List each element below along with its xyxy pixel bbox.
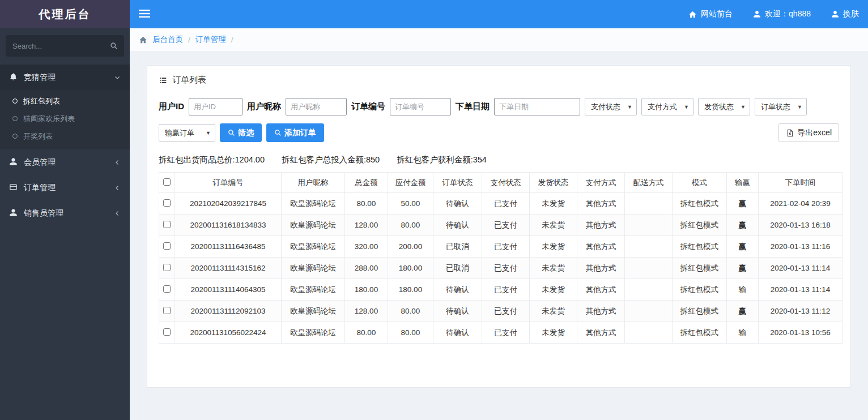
cell-checkbox	[159, 279, 175, 301]
cell-pay-status: 已支付	[482, 193, 530, 215]
main-content: 后台首页 / 订单管理 / 订单列表 用户ID 用户昵称	[130, 28, 868, 420]
column-header-time: 下单时间	[759, 173, 843, 193]
row-checkbox[interactable]	[163, 285, 171, 293]
cell-order-no: 202102042039217845	[175, 193, 282, 215]
order-date-input[interactable]	[494, 98, 580, 115]
select-all-header	[159, 173, 175, 193]
order-list-panel: 订单列表 用户ID 用户昵称 订单编号 下单日期 支付状态	[147, 65, 851, 388]
cell-pay-status: 已支付	[482, 215, 530, 236]
filter-button-label: 筛选	[238, 128, 254, 138]
sidebar-subitem-family-fun-list[interactable]: 猜阖家欢乐列表	[0, 110, 130, 127]
cell-total: 80.00	[345, 193, 388, 215]
panel-title: 订单列表	[172, 75, 206, 85]
row-checkbox[interactable]	[163, 242, 171, 250]
cell-delivery	[625, 258, 673, 279]
cell-total: 180.00	[345, 279, 388, 301]
column-header-payable: 应付金额	[388, 173, 433, 193]
cell-pay-status: 已支付	[482, 301, 530, 322]
welcome-user[interactable]: 欢迎：qh888	[753, 9, 811, 19]
cell-mode: 拆红包模式	[673, 215, 727, 236]
pay-status-select-wrap: 支付状态	[585, 98, 637, 115]
cell-checkbox	[159, 193, 175, 215]
order-no-input[interactable]	[390, 98, 451, 115]
cell-payable: 50.00	[388, 193, 433, 215]
user-id-input[interactable]	[189, 98, 242, 115]
pay-status-select[interactable]: 支付状态	[585, 98, 637, 115]
sidebar-search	[6, 35, 124, 57]
order-table-body: 202102042039217845 欧皇源码论坛 80.00 50.00 待确…	[159, 193, 843, 344]
frontend-link[interactable]: 网站前台	[688, 9, 733, 19]
column-header-total: 总金额	[345, 173, 388, 193]
cell-time: 2020-01-13 10:56	[759, 322, 843, 344]
breadcrumb-home-link[interactable]: 后台首页	[152, 35, 183, 45]
pay-method-select[interactable]: 支付方式	[641, 98, 693, 115]
sidebar-item-order-management[interactable]: 订单管理	[0, 175, 130, 200]
order-no-label: 订单编号	[351, 101, 385, 112]
nickname-input[interactable]	[286, 98, 347, 115]
cell-nickname: 欧皇源码论坛	[282, 193, 345, 215]
filter-button[interactable]: 筛选	[220, 123, 262, 142]
sidebar-item-salesman-management[interactable]: 销售员管理	[0, 200, 130, 226]
topnav-right: 网站前台 欢迎：qh888 换肤	[688, 9, 859, 19]
user-icon	[9, 157, 18, 168]
change-skin-link[interactable]: 换肤	[831, 9, 859, 19]
card-icon	[9, 183, 18, 193]
cell-win: 输	[727, 322, 759, 344]
cell-delivery	[625, 193, 673, 215]
cell-total: 320.00	[345, 236, 388, 258]
sidebar-subitem-label: 猜阖家欢乐列表	[23, 114, 75, 124]
cell-pay-method: 其他方式	[577, 215, 625, 236]
cell-checkbox	[159, 215, 175, 236]
column-header-win: 输赢	[727, 173, 759, 193]
row-checkbox[interactable]	[163, 328, 171, 336]
breadcrumb-section-link[interactable]: 订单管理	[195, 35, 226, 45]
column-header-pay_status: 支付状态	[482, 173, 530, 193]
cell-order-no: 202001131114315162	[175, 258, 282, 279]
sidebar-toggle-button[interactable]	[139, 9, 150, 20]
cell-total: 128.00	[345, 215, 388, 236]
sidebar-subitem-red-packet-list[interactable]: 拆红包列表	[0, 92, 130, 110]
sidebar-subitem-lottery-list[interactable]: 开奖列表	[0, 127, 130, 145]
ship-status-select[interactable]: 发货状态	[698, 98, 750, 115]
filter-toolbar: 用户ID 用户昵称 订单编号 下单日期 支付状态 支付方式	[147, 89, 850, 142]
column-header-order_status: 订单状态	[433, 173, 482, 193]
cell-order-no: 202001131056022424	[175, 322, 282, 344]
cell-ship-status: 未发货	[530, 215, 577, 236]
topbar: 代理后台 网站前台 欢迎：qh888	[0, 0, 868, 28]
add-order-button[interactable]: 添加订单	[266, 123, 324, 142]
order-status-select[interactable]: 订单状态	[755, 98, 807, 115]
cell-order-status: 待确认	[433, 193, 482, 215]
sidebar: 竞猜管理 拆红包列表 猜阖家欢乐列表 开奖列表	[0, 28, 130, 420]
cell-delivery	[625, 236, 673, 258]
cell-nickname: 欧皇源码论坛	[282, 236, 345, 258]
cell-order-no: 202001131112092103	[175, 301, 282, 322]
win-lose-select[interactable]: 输赢订单	[159, 124, 215, 142]
welcome-label: 欢迎：qh888	[765, 9, 811, 19]
search-icon	[274, 129, 282, 136]
sidebar-item-label: 竞猜管理	[24, 72, 56, 83]
cell-pay-status: 已支付	[482, 258, 530, 279]
cell-time: 2020-01-13 11:14	[759, 279, 843, 301]
cell-pay-method: 其他方式	[577, 193, 625, 215]
cell-pay-status: 已支付	[482, 322, 530, 344]
cell-total: 80.00	[345, 322, 388, 344]
cell-delivery	[625, 301, 673, 322]
order-status-select-wrap: 订单状态	[755, 98, 807, 115]
row-checkbox[interactable]	[163, 199, 171, 207]
sidebar-item-betting-management[interactable]: 竞猜管理	[0, 65, 130, 90]
row-checkbox[interactable]	[163, 221, 171, 228]
search-icon[interactable]	[104, 35, 124, 57]
skin-icon	[831, 10, 839, 18]
breadcrumb-separator: /	[188, 36, 190, 44]
cell-payable: 80.00	[388, 301, 433, 322]
cell-checkbox	[159, 236, 175, 258]
row-checkbox[interactable]	[163, 264, 171, 271]
column-header-ship_status: 发货状态	[530, 173, 577, 193]
cell-win: 赢	[727, 236, 759, 258]
sidebar-item-member-management[interactable]: 会员管理	[0, 149, 130, 175]
select-all-checkbox[interactable]	[163, 178, 171, 186]
filter-row-1: 用户ID 用户昵称 订单编号 下单日期 支付状态 支付方式	[159, 98, 839, 115]
export-excel-button[interactable]: 导出excel	[778, 123, 839, 142]
row-checkbox[interactable]	[163, 307, 171, 314]
circle-icon	[12, 98, 18, 104]
